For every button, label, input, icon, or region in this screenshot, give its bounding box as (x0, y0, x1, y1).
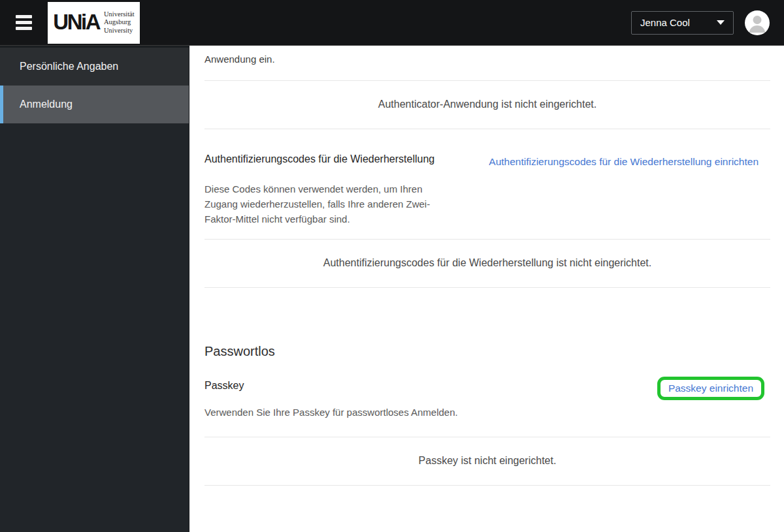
setup-passkey-link[interactable]: Passkey einrichten (668, 383, 753, 394)
highlight-annotation: Passkey einrichten (657, 377, 764, 400)
passkey-title: Passkey (204, 380, 244, 392)
recovery-codes-status: Authentifizierungscodes für die Wiederhe… (204, 240, 770, 287)
divider (204, 287, 770, 288)
topbar: UNiA Universität Augsburg University Jen… (0, 0, 784, 46)
sidebar-item-persoenliche-angaben[interactable]: Persönliche Angaben (0, 48, 189, 86)
recovery-codes-description: Diese Codes können verwendet werden, um … (204, 181, 453, 227)
divider (204, 485, 770, 486)
avatar[interactable] (745, 10, 770, 35)
truncated-paragraph: Anwendung ein. (204, 54, 770, 65)
university-logo[interactable]: UNiA Universität Augsburg University (48, 2, 140, 44)
user-name: Jenna Cool (640, 17, 690, 28)
divider (204, 129, 770, 129)
passwordless-heading: Passwortlos (204, 344, 770, 359)
topbar-right: Jenna Cool (631, 10, 770, 35)
authenticator-status: Authenticator-Anwendung ist nicht einger… (204, 81, 770, 129)
user-menu-dropdown[interactable]: Jenna Cool (631, 11, 734, 35)
passkey-status: Passkey ist nicht eingerichtet. (204, 437, 770, 485)
person-icon (745, 10, 770, 35)
sidebar: Persönliche Angaben Anmeldung (0, 46, 189, 532)
chevron-down-icon (717, 20, 725, 25)
logo-text: Universität Augsburg University (104, 10, 135, 35)
setup-recovery-codes-link[interactable]: Authentifizierungscodes für die Wiederhe… (489, 156, 759, 168)
logo-mark: UNiA (53, 11, 99, 34)
recovery-codes-section: Authentifizierungscodes für die Wiederhe… (204, 153, 770, 227)
sidebar-item-anmeldung[interactable]: Anmeldung (0, 86, 189, 123)
passkey-row: Passkey Passkey einrichten (204, 377, 770, 400)
passkey-description: Verwenden Sie Ihre Passkey für passwortl… (204, 405, 770, 420)
menu-icon[interactable] (16, 12, 32, 33)
sidebar-nav: Persönliche Angaben Anmeldung (0, 46, 189, 123)
main-content: Anwendung ein. Authenticator-Anwendung i… (189, 46, 784, 532)
recovery-codes-title: Authentifizierungscodes für die Wiederhe… (204, 153, 434, 165)
